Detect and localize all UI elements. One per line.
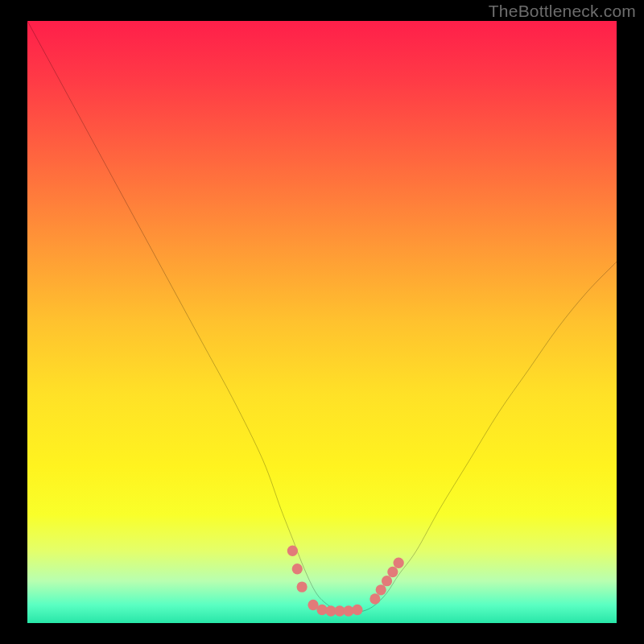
curve-marker [382, 576, 392, 586]
curve-marker [287, 546, 298, 556]
chart-stage: TheBottleneck.com [0, 0, 644, 644]
curve-marker [376, 584, 386, 595]
attribution-text: TheBottleneck.com [489, 2, 636, 21]
curve-markers [287, 546, 404, 617]
curve-layer [27, 21, 617, 623]
curve-marker [297, 581, 308, 592]
curve-marker [394, 557, 404, 568]
curve-marker [292, 564, 303, 574]
curve-marker [352, 605, 362, 615]
bottleneck-curve [27, 21, 617, 612]
curve-marker [387, 567, 398, 577]
curve-marker [369, 593, 380, 604]
